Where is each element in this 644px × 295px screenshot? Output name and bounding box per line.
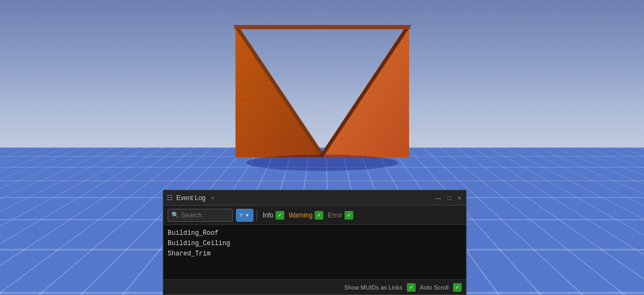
auto-scroll-checkbox[interactable]: ✓ [453, 283, 462, 292]
info-checkbox[interactable]: ✓ [276, 211, 284, 220]
warning-checkmark: ✓ [317, 213, 321, 218]
filter-icon: ▿ [240, 211, 243, 219]
panel-titlebar: ☷ Event Log × — □ × [163, 190, 466, 206]
log-entry-2: Building_Ceiling [168, 239, 462, 249]
log-level-warning: Warning ✓ [289, 211, 323, 220]
filter-dropdown-arrow: ▼ [245, 213, 250, 218]
auto-scroll-label: Auto Scroll [420, 284, 449, 291]
log-entry-1: Building_Roof [168, 228, 462, 239]
error-checkmark: ✓ [347, 213, 351, 218]
panel-title: Event Log [176, 194, 206, 202]
minimize-button[interactable]: — [433, 194, 443, 202]
auto-scroll-checkmark: ✓ [455, 285, 460, 290]
log-content[interactable]: Building_Roof Building_Ceiling Shared_Tr… [163, 225, 466, 279]
warning-checkbox[interactable]: ✓ [315, 211, 323, 220]
roof-model [192, 5, 452, 179]
error-checkbox[interactable]: ✓ [345, 211, 353, 220]
search-box[interactable]: 🔍 [168, 209, 233, 222]
svg-point-15 [246, 155, 398, 171]
panel-statusbar: Show MUIDs as Links ✓ Auto Scroll ✓ [163, 279, 466, 294]
maximize-button[interactable]: □ [446, 194, 453, 202]
search-icon: 🔍 [171, 211, 179, 219]
toolbar-separator [257, 210, 257, 221]
log-entry-3: Shared_Trim [168, 249, 462, 259]
show-muids-checkbox[interactable]: ✓ [407, 283, 416, 292]
show-muids-label: Show MUIDs as Links [344, 284, 403, 291]
info-label: Info [263, 211, 273, 219]
log-level-group: Info ✓ Warning ✓ Error ✓ [263, 211, 353, 220]
log-level-info: Info ✓ [263, 211, 284, 220]
panel-toolbar: 🔍 ▿ ▼ Info ✓ Warning ✓ [163, 206, 466, 225]
log-level-error: Error ✓ [328, 211, 353, 220]
tab-close-button[interactable]: × [211, 195, 214, 201]
search-input[interactable] [181, 211, 225, 219]
info-checkmark: ✓ [278, 213, 282, 218]
error-label: Error [328, 211, 342, 219]
panel-title-controls: — □ × [433, 194, 463, 202]
show-muids-checkmark: ✓ [409, 285, 413, 290]
svg-rect-14 [234, 25, 410, 29]
event-log-panel: ☷ Event Log × — □ × 🔍 ▿ ▼ Info [163, 190, 467, 295]
event-log-icon: ☷ [167, 194, 173, 202]
close-window-button[interactable]: × [456, 194, 463, 202]
panel-title-left: ☷ Event Log × [167, 194, 214, 202]
warning-label: Warning [289, 211, 313, 219]
filter-button[interactable]: ▿ ▼ [236, 209, 253, 222]
